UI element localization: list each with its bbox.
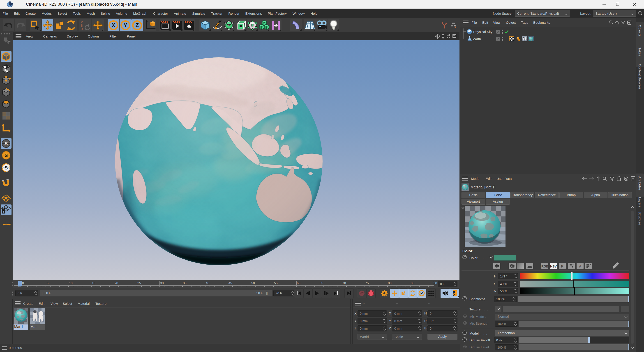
svg-text:S: S <box>4 165 8 170</box>
svg-text:Z: Z <box>135 22 139 28</box>
svg-text:earth: earth <box>473 37 481 41</box>
svg-text:S: S <box>4 141 8 146</box>
svg-text:S: S <box>4 152 8 158</box>
svg-text:Y: Y <box>124 22 127 28</box>
svg-text:R: R <box>80 27 83 31</box>
svg-text:X: X <box>112 22 115 28</box>
svg-text:P: P <box>420 291 423 295</box>
svg-text:Physical Sky: Physical Sky <box>473 30 493 34</box>
